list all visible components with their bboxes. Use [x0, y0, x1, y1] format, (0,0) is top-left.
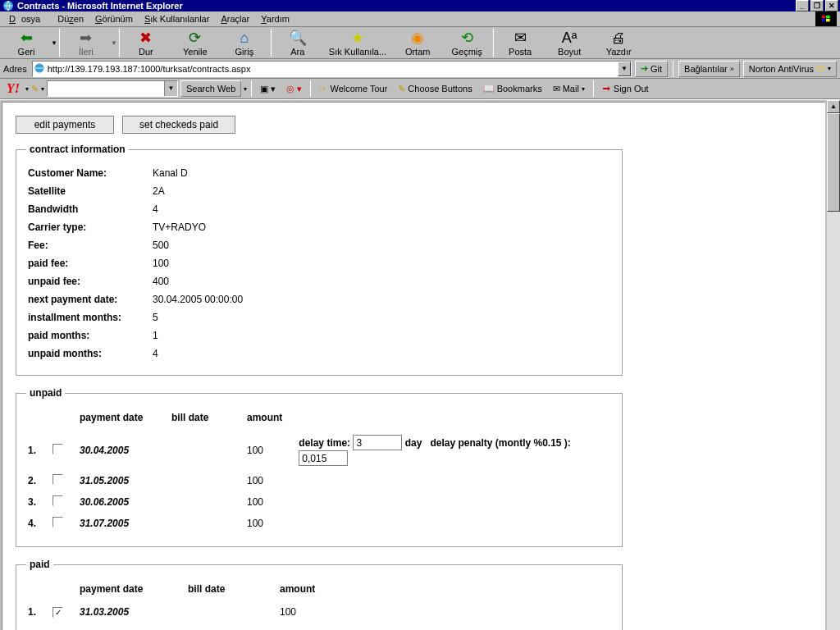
unpaid-row: 4. 31.07.2005 100 — [28, 514, 610, 533]
target-icon[interactable]: ◎ ▾ — [282, 82, 306, 96]
menu-favorites[interactable]: Sık Kullanılanlar — [139, 12, 216, 25]
menu-view[interactable]: Görünüm — [89, 12, 139, 25]
paid-fieldset: paid payment date bill date amount 1. ✓ … — [16, 559, 623, 630]
contract-info-table: Customer Name:Kanal D Satellite2A Bandwi… — [26, 163, 249, 363]
paid-table: payment date bill date amount 1. ✓ 31.03… — [26, 578, 331, 623]
titlebar: Contracts - Microsoft Internet Explorer … — [0, 0, 840, 11]
unpaid-checkbox[interactable] — [52, 474, 63, 485]
svg-rect-2 — [826, 16, 830, 18]
svg-rect-3 — [822, 19, 826, 21]
svg-rect-4 — [826, 19, 830, 21]
yahoo-logo[interactable]: Y! — [3, 81, 23, 96]
media-button[interactable]: ◉Ortam — [393, 28, 442, 57]
welcome-tour-link[interactable]: ☞Welcome Tour — [315, 82, 391, 96]
page-content: edit payments set checkeds paid contract… — [2, 102, 825, 630]
contract-info-fieldset: contract information Customer Name:Kanal… — [16, 144, 623, 376]
menubar: Dosya Düzen Görünüm Sık Kullanılanlar Ar… — [0, 11, 840, 27]
refresh-button[interactable]: ⟳Yenile — [171, 28, 220, 57]
menu-help[interactable]: Yardım — [255, 12, 295, 25]
pencil-icon[interactable]: ✎ — [31, 84, 39, 94]
delay-time-input[interactable] — [353, 435, 402, 450]
search-button[interactable]: 🔍Ara — [273, 28, 322, 57]
address-dropdown[interactable]: ▼ — [618, 62, 631, 76]
back-button[interactable]: ⬅Geri — [2, 28, 51, 57]
unpaid-row: 3. 30.06.2005 100 — [28, 492, 610, 512]
norton-button[interactable]: Norton AntiVirus🛡▾ — [743, 61, 837, 77]
menu-tools[interactable]: Araçlar — [215, 12, 255, 25]
close-button[interactable]: ✕ — [825, 0, 838, 11]
choose-buttons-link[interactable]: ✎Choose Buttons — [394, 82, 476, 96]
menu-edit[interactable]: Düzen — [52, 12, 89, 25]
unpaid-checkbox[interactable] — [52, 495, 63, 506]
address-label: Adres — [3, 64, 29, 74]
size-button[interactable]: AªBoyut — [545, 28, 594, 57]
home-button[interactable]: ⌂Giriş — [220, 28, 269, 57]
minimize-button[interactable]: _ — [796, 0, 809, 11]
links-button[interactable]: Bağlantılar» — [678, 61, 740, 77]
unpaid-row: 2. 31.05.2005 100 — [28, 471, 610, 491]
windows-flag-icon — [815, 11, 837, 26]
yahoo-search-box: ▼ — [47, 80, 178, 97]
yahoo-search-input[interactable] — [48, 81, 164, 96]
delay-penalty-input[interactable] — [299, 450, 348, 466]
unpaid-row: 1. 30.04.2005 100 delay time: day delay … — [28, 431, 610, 469]
delay-penalty-label: delay penalty (montly %0.15 ): — [430, 437, 570, 449]
nav-toolbar: ⬅Geri ▼ ➡İleri ▼ ✖Dur ⟳Yenile ⌂Giriş 🔍Ar… — [0, 27, 840, 59]
yahoo-search-dropdown[interactable]: ▼ — [164, 81, 177, 96]
paid-legend: paid — [26, 559, 53, 570]
signout-link[interactable]: ⮕Sign Out — [598, 82, 653, 95]
scroll-up-button[interactable]: ▲ — [827, 100, 840, 113]
restore-button[interactable]: ❐ — [810, 0, 824, 11]
page-icon — [33, 62, 46, 75]
print-button[interactable]: 🖨Yazdır — [594, 28, 643, 57]
paid-row: 1. ✓ 31.03.2005 100 — [28, 603, 330, 621]
unpaid-table: payment date bill date amount 1. 30.04.2… — [26, 407, 612, 535]
history-button[interactable]: ⟲Geçmiş — [442, 28, 491, 57]
svg-rect-1 — [822, 16, 826, 18]
address-input-container: ▼ — [32, 61, 632, 77]
unpaid-checkbox[interactable] — [52, 517, 63, 527]
mail-button[interactable]: ✉Posta — [495, 28, 545, 57]
unpaid-checkbox[interactable] — [52, 444, 63, 454]
yahoo-toolbar: Y!▾ ✎▾ ▼ Search Web▾ ▣ ▾ ◎ ▾ ☞Welcome To… — [0, 79, 840, 99]
unpaid-fieldset: unpaid payment date bill date amount 1. — [16, 387, 623, 547]
favorites-button[interactable]: ★Sık Kullanıla... — [322, 28, 393, 57]
delay-time-label: delay time: — [299, 437, 350, 449]
address-input[interactable] — [46, 62, 618, 75]
paid-checkbox[interactable]: ✓ — [52, 607, 63, 618]
unpaid-legend: unpaid — [26, 387, 65, 399]
ymail-link[interactable]: ✉Mail▾ — [549, 82, 589, 96]
ie-icon — [2, 0, 15, 11]
window-title: Contracts - Microsoft Internet Explorer — [17, 1, 794, 11]
vertical-scrollbar[interactable]: ▲ ▼ — [827, 100, 840, 630]
menu-file[interactable]: Dosya — [3, 12, 52, 25]
go-button[interactable]: ➜Git — [635, 61, 668, 77]
set-checkeds-paid-button[interactable]: set checkeds paid — [122, 116, 235, 134]
address-bar-row: Adres ▼ ➜Git Bağlantılar» Norton AntiVir… — [0, 59, 840, 79]
bookmarks-link[interactable]: 📖Bookmarks — [479, 82, 546, 96]
stop-button[interactable]: ✖Dur — [121, 28, 171, 57]
contract-info-legend: contract information — [26, 144, 129, 155]
edit-payments-button[interactable]: edit payments — [16, 116, 114, 134]
toolbar-opts-icon[interactable]: ▣ ▾ — [256, 82, 280, 96]
search-web-button[interactable]: Search Web — [180, 80, 241, 97]
forward-button[interactable]: ➡İleri — [62, 28, 111, 57]
scroll-thumb[interactable] — [827, 113, 840, 212]
